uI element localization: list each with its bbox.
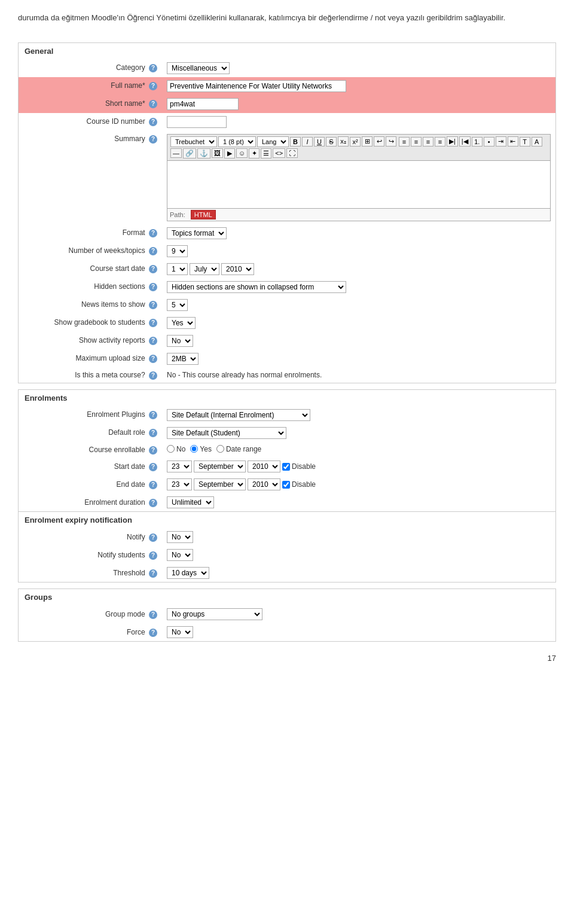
enrollable-yes-radio[interactable] bbox=[190, 445, 198, 453]
enrollable-yes-label[interactable]: Yes bbox=[190, 445, 212, 453]
notify-select[interactable]: No bbox=[167, 531, 193, 543]
indent-btn[interactable]: ▶| bbox=[447, 136, 458, 147]
startdate-day-select[interactable]: 1 bbox=[167, 263, 188, 275]
enrol-startdate-disable-label[interactable]: Disable bbox=[282, 462, 316, 471]
shortname-input[interactable] bbox=[167, 98, 239, 110]
force-help-icon[interactable]: ? bbox=[149, 629, 157, 637]
enrollable-no-label[interactable]: No bbox=[167, 445, 185, 453]
enrol-startdate-month-select[interactable]: September bbox=[194, 461, 246, 472]
notifystudents-help-icon[interactable]: ? bbox=[149, 551, 157, 560]
color-btn[interactable]: A bbox=[532, 137, 542, 147]
lang-select[interactable]: Lang bbox=[257, 136, 289, 147]
enrol-startdate-year-select[interactable]: 2010 bbox=[248, 461, 280, 472]
enrollable-daterange-radio[interactable] bbox=[216, 445, 224, 453]
hr-btn[interactable]: — bbox=[170, 148, 182, 158]
outdent-btn[interactable]: |◀ bbox=[459, 136, 471, 147]
special1-btn[interactable]: ⊞ bbox=[362, 136, 373, 147]
shortname-help-icon[interactable]: ? bbox=[149, 100, 157, 108]
format-select[interactable]: Topics format bbox=[167, 227, 227, 239]
underline-btn[interactable]: U bbox=[314, 137, 325, 147]
anchor-btn[interactable]: ⚓ bbox=[197, 148, 210, 158]
groupmode-help-icon[interactable]: ? bbox=[149, 611, 157, 619]
courseid-help-icon[interactable]: ? bbox=[149, 118, 157, 126]
hiddensections-select[interactable]: Hidden sections are shown in collapsed f… bbox=[167, 281, 346, 293]
align-center-btn[interactable]: ≡ bbox=[411, 137, 422, 147]
html-button[interactable]: HTML bbox=[191, 210, 216, 219]
courseid-input[interactable] bbox=[167, 116, 227, 128]
image-btn[interactable]: 🖼 bbox=[212, 148, 223, 158]
undo-btn[interactable]: ↩ bbox=[374, 136, 384, 147]
category-help-icon[interactable]: ? bbox=[149, 64, 157, 72]
maxupload-help-icon[interactable]: ? bbox=[149, 355, 157, 363]
enrol-startdate-disable-checkbox[interactable] bbox=[282, 463, 290, 471]
link-btn[interactable]: 🔗 bbox=[183, 148, 196, 158]
enrol-enddate-disable-label[interactable]: Disable bbox=[282, 480, 316, 489]
plugins-select[interactable]: Site Default (Internal Enrolment) bbox=[167, 409, 310, 421]
ol-btn[interactable]: 1. bbox=[472, 137, 483, 147]
gradebook-select[interactable]: Yes bbox=[167, 317, 196, 329]
italic-btn[interactable]: I bbox=[302, 137, 313, 147]
startdate-month-select[interactable]: July bbox=[190, 263, 219, 275]
indent2-btn[interactable]: ⇥ bbox=[496, 136, 506, 147]
hiddensections-help-icon[interactable]: ? bbox=[149, 283, 157, 291]
enrollable-no-radio[interactable] bbox=[167, 445, 175, 453]
special3-btn[interactable]: ☰ bbox=[261, 148, 271, 158]
emoji-btn[interactable]: ☺ bbox=[236, 148, 248, 158]
notifystudents-label: Notify students ? bbox=[19, 546, 162, 564]
enrollable-daterange-label[interactable]: Date range bbox=[216, 445, 261, 453]
maxupload-select[interactable]: 2MB bbox=[167, 353, 199, 365]
enrol-enddate-day-select[interactable]: 23 bbox=[167, 478, 192, 490]
strikethrough-btn[interactable]: S bbox=[326, 137, 337, 147]
superscript-btn[interactable]: x² bbox=[350, 137, 361, 147]
metacourse-help-icon[interactable]: ? bbox=[149, 371, 157, 380]
ul-btn[interactable]: • bbox=[484, 137, 494, 147]
weeks-select[interactable]: 9 bbox=[167, 245, 188, 257]
align-justify-btn[interactable]: ≡ bbox=[435, 137, 445, 147]
newsitems-select[interactable]: 5 bbox=[167, 299, 188, 311]
notify-help-icon[interactable]: ? bbox=[149, 533, 157, 542]
align-left-btn[interactable]: ≡ bbox=[399, 137, 410, 147]
force-select[interactable]: No bbox=[167, 626, 193, 638]
category-select[interactable]: Miscellaneous bbox=[167, 62, 230, 74]
groupmode-select[interactable]: No groups bbox=[167, 608, 262, 620]
media-btn[interactable]: ▶ bbox=[224, 148, 235, 158]
plugins-help-icon[interactable]: ? bbox=[149, 411, 157, 419]
table-btn[interactable]: T bbox=[520, 137, 530, 147]
enrol-enddate-month-select[interactable]: September bbox=[194, 478, 246, 490]
threshold-help-icon[interactable]: ? bbox=[149, 569, 157, 578]
editor-textarea[interactable] bbox=[167, 161, 551, 209]
align-right-btn[interactable]: ≡ bbox=[423, 137, 433, 147]
duration-select[interactable]: Unlimited bbox=[167, 496, 214, 508]
outdent2-btn[interactable]: ⇤ bbox=[508, 136, 518, 147]
bold-btn[interactable]: B bbox=[290, 137, 301, 147]
fullname-help-icon[interactable]: ? bbox=[149, 82, 157, 90]
font-select[interactable]: Trebuchet bbox=[170, 136, 217, 147]
fullname-input[interactable] bbox=[167, 80, 346, 92]
redo-btn[interactable]: ↪ bbox=[386, 136, 396, 147]
gradebook-help-icon[interactable]: ? bbox=[149, 319, 157, 327]
startdate-year-select[interactable]: 2010 bbox=[221, 263, 254, 275]
defaultrole-help-icon[interactable]: ? bbox=[149, 429, 157, 437]
code-btn[interactable]: <> bbox=[273, 148, 285, 158]
threshold-select[interactable]: 10 days bbox=[167, 567, 209, 579]
format-help-icon[interactable]: ? bbox=[149, 229, 157, 237]
defaultrole-select[interactable]: Site Default (Student) bbox=[167, 427, 286, 439]
enrol-enddate-help-icon[interactable]: ? bbox=[149, 481, 157, 489]
duration-help-icon[interactable]: ? bbox=[149, 499, 157, 507]
enrollable-help-icon[interactable]: ? bbox=[149, 446, 157, 455]
startdate-help-icon[interactable]: ? bbox=[149, 265, 157, 273]
special2-btn[interactable]: ✦ bbox=[249, 148, 259, 158]
enrol-enddate-disable-checkbox[interactable] bbox=[282, 481, 290, 489]
enrol-startdate-day-select[interactable]: 23 bbox=[167, 461, 192, 472]
notifystudents-select[interactable]: No bbox=[167, 549, 193, 561]
newsitems-help-icon[interactable]: ? bbox=[149, 301, 157, 309]
size-select[interactable]: 1 (8 pt) bbox=[218, 136, 256, 147]
enrol-enddate-year-select[interactable]: 2010 bbox=[248, 478, 280, 490]
fullscreen-btn[interactable]: ⛶ bbox=[286, 148, 298, 158]
activityreports-select[interactable]: No bbox=[167, 335, 193, 347]
subscript-btn[interactable]: x₂ bbox=[338, 136, 349, 147]
weeks-help-icon[interactable]: ? bbox=[149, 247, 157, 255]
activityreports-help-icon[interactable]: ? bbox=[149, 337, 157, 345]
summary-help-icon[interactable]: ? bbox=[149, 135, 157, 144]
enrol-startdate-help-icon[interactable]: ? bbox=[149, 463, 157, 471]
